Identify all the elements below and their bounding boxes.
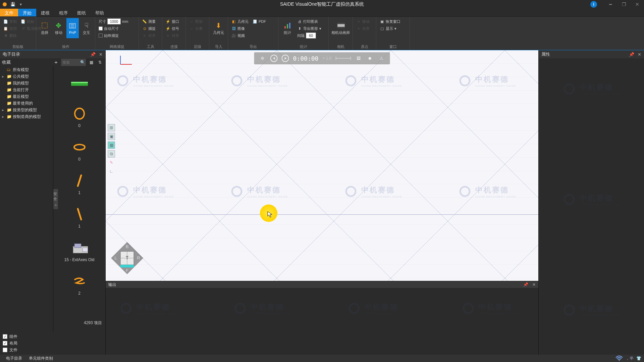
dimension-input[interactable] <box>107 18 121 24</box>
svg-text:T: T <box>126 255 129 260</box>
vp-tool-5[interactable]: ✎ <box>108 159 115 166</box>
list-item[interactable]: 0 <box>53 133 105 167</box>
vp-tool-2[interactable]: ▣ <box>108 133 115 140</box>
menu-drawing[interactable]: 图纸 <box>72 9 91 16</box>
cursor-arrow-icon <box>267 211 273 218</box>
tree-item[interactable]: 📁当前打开 <box>0 86 53 93</box>
camera-animator-button[interactable]: 相机动画师 <box>331 18 351 38</box>
move-button[interactable]: ✥移动 <box>52 18 65 38</box>
copy-button: 📄复制 <box>2 18 18 25</box>
export-geometry-button[interactable]: ◧几何元 <box>230 18 250 25</box>
list-item[interactable]: 1 <box>53 200 105 234</box>
pin-icon[interactable]: 📌 <box>629 52 634 57</box>
status-tab-catalog[interactable]: 电子目录 <box>3 355 25 362</box>
dropdown-icon[interactable]: ▾ <box>18 2 23 7</box>
check-file[interactable]: 文件 <box>3 347 103 353</box>
menu-help[interactable]: 帮助 <box>91 9 109 16</box>
restore-window-button[interactable]: ▣恢复窗口 <box>378 18 402 25</box>
tree-item[interactable]: ▸📁按制造商的模型 <box>0 113 53 120</box>
list-item[interactable] <box>53 66 105 100</box>
svg-rect-5 <box>289 23 290 28</box>
vp-tool-4[interactable]: ⧉ <box>108 150 115 158</box>
warn-toggle-icon[interactable]: ⚠ <box>378 55 385 62</box>
export-image-button[interactable]: 🖼图像 <box>230 25 250 32</box>
align-conn-button: ≡对齐 <box>164 32 180 39</box>
menu-start[interactable]: 开始 <box>18 9 36 16</box>
list-item[interactable]: 0 <box>53 100 105 133</box>
thumbnail-list: 安全« 0 0 1 1 15 - ExtAxes Old 2 4293 项目 <box>53 66 105 332</box>
list-item[interactable]: 1 <box>53 167 105 200</box>
tree-item[interactable]: ▸📁按类型的模型 <box>0 107 53 113</box>
interval-input[interactable] <box>306 33 316 39</box>
tree-item[interactable]: 📁最近模型 <box>0 93 53 100</box>
status-tab-unit[interactable]: 单元组件类别 <box>25 355 56 362</box>
play-button[interactable] <box>282 55 289 62</box>
auto-size-check[interactable]: ✓自动尺寸 <box>97 25 137 32</box>
snap-button[interactable]: ⊙捕捉 <box>141 25 157 32</box>
group-origin-label: 原点 <box>353 44 376 50</box>
svg-rect-17 <box>83 248 88 252</box>
add-favorite-button[interactable]: ＋ <box>53 59 59 65</box>
menu-model[interactable]: 建模 <box>36 9 54 16</box>
export-video-button[interactable]: 🎥视频 <box>230 32 250 39</box>
viewport-3d[interactable]: 中机赛德CHINA MACHINERY SAIDE 中机赛德CHINA MACH… <box>106 50 538 281</box>
rewind-button[interactable] <box>270 55 278 62</box>
viewport-side-toolbar: ⊞ ▣ ▦ ⧉ ✎ ∟ <box>108 124 115 175</box>
pnp-button[interactable]: PnP <box>66 18 79 38</box>
vp-tool-6[interactable]: ∟ <box>108 168 115 175</box>
close-output-icon[interactable]: ✕ <box>532 282 536 287</box>
settings-icon[interactable]: ⚙ <box>259 55 266 62</box>
grid-view-button[interactable]: ▦ <box>88 59 95 66</box>
search-icon[interactable]: 🔍 <box>79 60 86 65</box>
group-clipboard-label: 剪贴板 <box>0 44 36 50</box>
show-button[interactable]: ▢显示▾ <box>378 25 402 32</box>
pin-icon[interactable]: 📌 <box>523 282 528 287</box>
stats-button[interactable]: 统计 <box>280 18 294 38</box>
list-item[interactable]: 15 - ExtAxes Old <box>53 234 105 267</box>
info-button[interactable]: i <box>590 1 597 8</box>
print-stats-button[interactable]: 🖨打印图表 <box>296 18 323 25</box>
menu-file[interactable]: 文件 <box>0 9 18 16</box>
signal-button[interactable]: ⚡信号 <box>164 25 180 32</box>
minimize-button[interactable]: ━ <box>604 0 617 9</box>
measure-button[interactable]: 📏测量 <box>141 18 157 25</box>
interface-button[interactable]: ⚡接口 <box>164 18 180 25</box>
save-icon[interactable]: 💾 <box>10 2 15 7</box>
tree-item[interactable]: 📁我的模型 <box>0 80 53 86</box>
tree-item[interactable]: 📁最常使用的 <box>0 100 53 107</box>
record-icon[interactable]: ⏺ <box>366 55 374 62</box>
svg-line-13 <box>78 175 81 186</box>
svg-rect-10 <box>71 82 88 83</box>
view-cube[interactable]: T B L R F <box>109 240 145 276</box>
interact-icon: ☟ <box>83 21 91 29</box>
close-button[interactable]: ✕ <box>631 0 644 9</box>
pin-icon[interactable]: 📌 <box>90 52 96 57</box>
select-button[interactable]: 选择 <box>38 18 51 38</box>
time-slider[interactable] <box>335 58 351 59</box>
side-tab[interactable]: 安全« <box>53 189 58 209</box>
export-stats-button[interactable]: ⬆导出图形▾ <box>296 25 323 32</box>
check-component[interactable]: ✓组件 <box>3 333 103 340</box>
always-snap-check[interactable]: 始终捕捉 <box>97 32 137 39</box>
interact-button[interactable]: ☟交互 <box>80 18 93 38</box>
vp-tool-1[interactable]: ⊞ <box>108 124 115 131</box>
camera-icon <box>337 21 345 29</box>
ime-status: ，半 <box>626 356 634 361</box>
tree-item[interactable]: 🗂所有模型 <box>0 66 53 73</box>
export-pdf-button[interactable]: 🧾PDF <box>251 18 267 25</box>
check-layout[interactable]: ✓布局 <box>3 340 103 347</box>
import-geometry-button[interactable]: ⬇几何元 <box>211 18 225 38</box>
search-input[interactable] <box>61 60 79 64</box>
snapshot-icon[interactable]: 🖼 <box>355 55 362 62</box>
list-item[interactable]: 2 <box>53 267 105 301</box>
menu-program[interactable]: 程序 <box>54 9 72 16</box>
close-panel-icon[interactable]: ✕ <box>99 52 103 57</box>
sort-button[interactable]: ⇅ <box>97 59 103 66</box>
group-connect-label: 连接 <box>162 44 185 50</box>
vp-tool-3[interactable]: ▦ <box>108 141 115 149</box>
maximize-button[interactable]: ❐ <box>617 0 631 9</box>
dimension-row: 尺寸mm <box>97 18 137 25</box>
center-column: 中机赛德CHINA MACHINERY SAIDE 中机赛德CHINA MACH… <box>106 50 538 355</box>
tree-item[interactable]: ▸📁公共模型 <box>0 73 53 80</box>
close-props-icon[interactable]: ✕ <box>638 52 641 57</box>
